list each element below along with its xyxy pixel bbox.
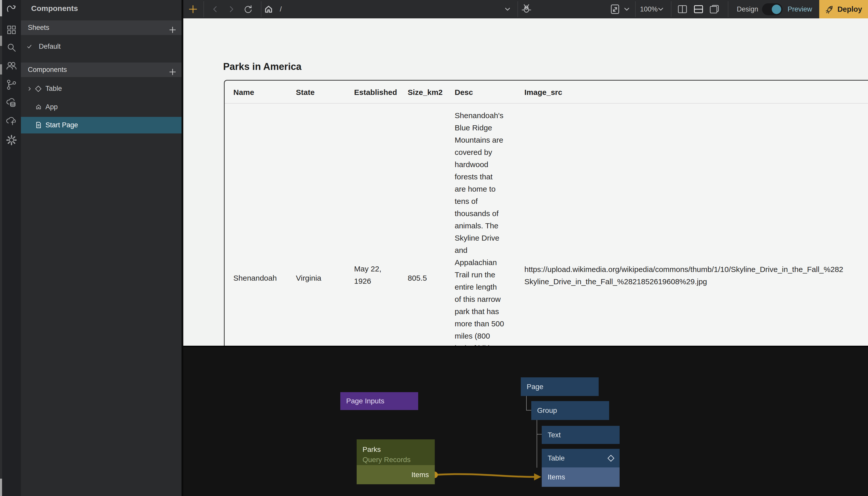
cell-state: Virginia bbox=[296, 273, 321, 283]
check-icon bbox=[27, 44, 32, 49]
preview-mode-label[interactable]: Preview bbox=[788, 0, 812, 18]
layout-columns-icon[interactable] bbox=[676, 3, 688, 15]
page-heading[interactable]: Parks in America bbox=[223, 61, 302, 72]
flow-tree-node-text[interactable]: Text bbox=[542, 426, 620, 444]
add-element-button[interactable] bbox=[187, 3, 199, 15]
cell-desc: Shenandoah'sBlue RidgeMountains arecover… bbox=[455, 109, 504, 346]
query-node-subtitle: Query Records bbox=[363, 455, 411, 465]
panel-divider bbox=[182, 0, 183, 496]
items-connection-edge bbox=[435, 474, 536, 477]
diamond-icon bbox=[608, 455, 614, 462]
design-canvas[interactable]: Parks in America Name State Established … bbox=[183, 18, 868, 346]
components-panel: Components Sheets Default Components Tab… bbox=[21, 0, 182, 496]
deploy-button[interactable]: Deploy bbox=[819, 0, 868, 18]
debug-bug-icon[interactable] bbox=[520, 3, 533, 15]
column-header-established: Established bbox=[354, 87, 397, 97]
add-component-button[interactable] bbox=[169, 66, 176, 73]
flow-tree-node-items[interactable]: Items bbox=[542, 467, 620, 487]
search-icon[interactable] bbox=[5, 41, 18, 53]
diamond-icon bbox=[35, 86, 41, 92]
column-header-name: Name bbox=[233, 87, 254, 97]
zoom-dropdown-chevron-icon[interactable] bbox=[655, 3, 667, 15]
users-icon[interactable] bbox=[5, 60, 18, 72]
home-route-button[interactable] bbox=[262, 3, 275, 15]
flow-tree-node-page[interactable]: Page bbox=[521, 377, 599, 396]
nav-forward-button[interactable] bbox=[225, 3, 238, 15]
component-item-table[interactable]: Table bbox=[21, 80, 182, 97]
app-window: Components Sheets Default Components Tab… bbox=[0, 0, 868, 496]
reload-button[interactable] bbox=[242, 3, 254, 15]
sheet-item-default[interactable]: Default bbox=[21, 38, 182, 55]
parks-table[interactable]: Name State Established Size_km2 Desc Ima… bbox=[224, 80, 868, 346]
flow-node-parks-query[interactable]: Parks Query Records bbox=[357, 439, 435, 465]
panel-title: Components bbox=[31, 4, 78, 13]
flow-tree-node-group[interactable]: Group bbox=[531, 401, 609, 420]
rocket-icon bbox=[825, 4, 834, 14]
column-header-state: State bbox=[296, 87, 315, 97]
data-flow-panel[interactable]: Page Inputs Parks Query Records Items Pa… bbox=[183, 346, 868, 496]
pages-grid-icon[interactable] bbox=[5, 24, 18, 36]
component-item-start-page[interactable]: Start Page bbox=[21, 117, 182, 134]
flow-wires bbox=[183, 346, 868, 496]
cloud-function-icon[interactable] bbox=[5, 115, 18, 127]
cell-established: May 22,1926 bbox=[354, 263, 381, 287]
components-section-header[interactable]: Components bbox=[21, 62, 182, 77]
route-dropdown-chevron-icon[interactable] bbox=[501, 3, 514, 15]
sheets-section-header[interactable]: Sheets bbox=[21, 20, 182, 35]
cell-image-src: https://upload.wikimedia.org/wikipedia/c… bbox=[524, 263, 843, 288]
home-icon bbox=[36, 104, 41, 110]
cloud-database-icon[interactable] bbox=[5, 97, 18, 109]
settings-gear-icon[interactable] bbox=[5, 134, 18, 146]
route-path[interactable]: / bbox=[280, 0, 282, 18]
page-icon bbox=[36, 122, 41, 128]
layout-stack-icon[interactable] bbox=[708, 3, 720, 15]
cell-size: 805.5 bbox=[408, 273, 427, 283]
connection-arrowhead-icon bbox=[534, 473, 541, 480]
column-header-desc: Desc bbox=[455, 87, 473, 97]
version-branch-icon[interactable] bbox=[5, 79, 18, 91]
viewport-size-icon[interactable] bbox=[609, 3, 621, 15]
flow-node-page-inputs[interactable]: Page Inputs bbox=[340, 392, 418, 410]
chevron-right-icon[interactable] bbox=[28, 87, 32, 91]
app-logo-icon[interactable] bbox=[5, 3, 18, 16]
design-preview-toggle[interactable] bbox=[762, 3, 782, 15]
cell-name: Shenandoah bbox=[233, 273, 277, 283]
flow-node-parks-items-port[interactable]: Items bbox=[357, 465, 435, 484]
column-header-image-src: Image_src bbox=[524, 87, 562, 97]
component-item-app[interactable]: App bbox=[21, 99, 182, 115]
nav-back-button[interactable] bbox=[209, 3, 221, 15]
icon-rail bbox=[2, 0, 21, 496]
viewport-dropdown-chevron-icon[interactable] bbox=[621, 3, 633, 15]
top-toolbar: / 100% Design P bbox=[183, 0, 868, 18]
toggle-knob bbox=[772, 4, 781, 14]
flow-tree-node-table[interactable]: Table bbox=[542, 449, 620, 467]
layout-rows-icon[interactable] bbox=[692, 3, 705, 15]
column-header-size: Size_km2 bbox=[408, 87, 443, 97]
add-sheet-button[interactable] bbox=[169, 24, 176, 31]
design-mode-label[interactable]: Design bbox=[737, 0, 758, 18]
header-separator bbox=[225, 103, 868, 104]
window-edge bbox=[0, 0, 2, 496]
query-node-title: Parks bbox=[363, 445, 411, 455]
